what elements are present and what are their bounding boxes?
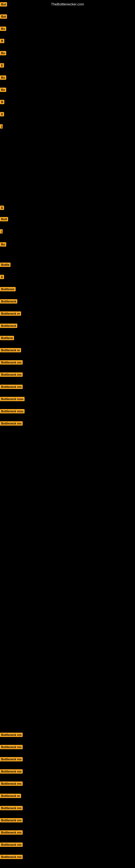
badge-b7[interactable]: Bo — [0, 75, 6, 80]
badge-b34[interactable]: Bottleneck res — [0, 781, 23, 786]
badge-b26[interactable]: Bottleneck res — [0, 384, 23, 389]
badge-b14[interactable]: | — [0, 229, 3, 234]
badge-b22[interactable]: Bottlene — [0, 336, 14, 340]
badge-b11[interactable]: | — [0, 124, 3, 129]
badge-b40[interactable]: Bottleneck res — [0, 855, 23, 859]
badge-b3[interactable]: Bo — [0, 27, 6, 31]
badge-b25[interactable]: Bottleneck res — [0, 372, 23, 377]
badge-b36[interactable]: Bottleneck res — [0, 806, 23, 810]
badge-b16[interactable]: Bottle — [0, 262, 10, 267]
badge-b10[interactable]: E — [0, 112, 4, 116]
badge-b30[interactable]: Bottleneck res — [0, 733, 23, 737]
badge-b39[interactable]: Bottleneck res — [0, 842, 23, 847]
badge-b29[interactable]: Bottleneck res — [0, 421, 23, 426]
badge-b19[interactable]: Bottleneck — [0, 299, 17, 304]
badge-b31[interactable]: Bottleneck res — [0, 745, 23, 749]
badge-b1[interactable]: Bot — [0, 2, 7, 6]
badge-b37[interactable]: Bottleneck res — [0, 818, 23, 823]
badge-b35[interactable]: Bottleneck re — [0, 794, 21, 798]
badge-b6[interactable]: E — [0, 63, 4, 67]
badge-b21[interactable]: Bottleneck — [0, 323, 17, 328]
badge-b23[interactable]: Bottleneck re — [0, 348, 21, 352]
badge-b20[interactable]: Bottleneck re — [0, 311, 21, 316]
badge-b38[interactable]: Bottleneck res — [0, 830, 23, 835]
badge-b18[interactable]: Bottlenec — [0, 287, 16, 291]
badge-b12[interactable]: E — [0, 206, 4, 210]
badge-b27[interactable]: Bottleneck resu — [0, 397, 25, 401]
badge-b17[interactable]: E — [0, 275, 4, 279]
badge-b28[interactable]: Bottleneck resu — [0, 409, 25, 413]
badge-b15[interactable]: Bo — [0, 242, 6, 247]
badge-b13[interactable]: Bott — [0, 217, 8, 221]
badge-b2[interactable]: Bot — [0, 14, 7, 19]
badge-b33[interactable]: Bottleneck res — [0, 769, 23, 774]
badge-b5[interactable]: Bo — [0, 51, 6, 55]
badge-b4[interactable]: B — [0, 39, 4, 43]
badge-b32[interactable]: Bottleneck res — [0, 757, 23, 762]
site-title: TheBottlenecker.com — [51, 2, 84, 6]
badge-b8[interactable]: Bo — [0, 88, 6, 92]
badge-b24[interactable]: Bottleneck res — [0, 360, 23, 365]
badge-b9[interactable]: B — [0, 100, 4, 104]
